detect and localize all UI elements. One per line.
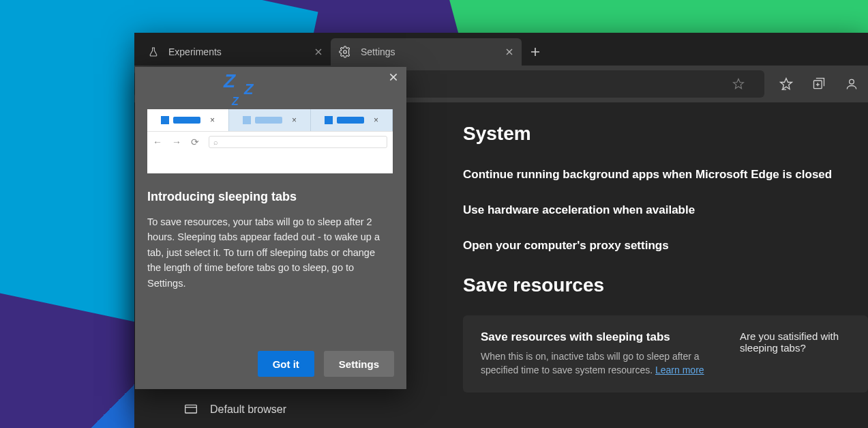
z-icon: Z: [224, 70, 235, 92]
close-tab-icon[interactable]: [314, 48, 323, 56]
feedback-question: Are you satisified with sleeping tabs?: [740, 330, 850, 354]
flask-icon: [148, 46, 159, 57]
card-title: Save resources with sleeping tabs: [481, 330, 713, 344]
settings-button[interactable]: Settings: [324, 351, 394, 377]
gear-icon: [339, 46, 351, 58]
section-title-system: System: [463, 123, 868, 145]
popup-title: Introducing sleeping tabs: [147, 190, 297, 204]
popup-body: To save resources, your tabs will go to …: [147, 214, 391, 291]
sidebar-item-default-browser[interactable]: Default browser: [184, 403, 286, 416]
close-tab-icon[interactable]: [505, 48, 513, 56]
new-tab-button[interactable]: [522, 38, 549, 66]
tab-strip: Experiments Settings: [134, 33, 868, 66]
setting-proxy[interactable]: Open your computer's proxy settings: [463, 239, 868, 253]
z-icon: Z: [232, 96, 239, 108]
card-description: When this is on, inactive tabs will go t…: [481, 349, 713, 377]
tab-label: Settings: [361, 46, 395, 57]
svg-point-0: [344, 51, 347, 54]
browser-frame-icon: [184, 403, 198, 416]
collections-icon[interactable]: [803, 66, 835, 102]
setting-bg-apps[interactable]: Continue running background apps when Mi…: [463, 168, 868, 182]
z-icon: Z: [244, 81, 253, 98]
svg-rect-3: [185, 405, 197, 413]
tab-settings[interactable]: Settings: [331, 38, 522, 66]
sidebar-item-label: Default browser: [210, 403, 286, 416]
tab-label: Experiments: [168, 46, 222, 57]
favorites-list-icon[interactable]: [770, 66, 803, 102]
profile-icon[interactable]: [835, 66, 868, 102]
close-popup-icon[interactable]: [389, 72, 398, 82]
sleeping-tabs-card: Save resources with sleeping tabs When t…: [463, 315, 868, 393]
got-it-button[interactable]: Got it: [258, 351, 314, 377]
sleeping-tabs-intro-popup: Z Z Z × × × ←→⟳ ⌕ Introducing sleeping t…: [135, 67, 406, 389]
settings-main-panel: System Continue running background apps …: [350, 102, 868, 428]
section-title-save-resources: Save resources: [463, 274, 868, 296]
tab-experiments[interactable]: Experiments: [140, 38, 331, 66]
sleeping-tabs-illustration: × × × ←→⟳ ⌕: [147, 109, 393, 173]
svg-point-2: [850, 79, 854, 84]
learn-more-link[interactable]: Learn more: [655, 365, 704, 375]
favorite-star-icon[interactable]: [722, 66, 755, 102]
setting-hw-accel[interactable]: Use hardware acceleration when available: [463, 203, 868, 217]
